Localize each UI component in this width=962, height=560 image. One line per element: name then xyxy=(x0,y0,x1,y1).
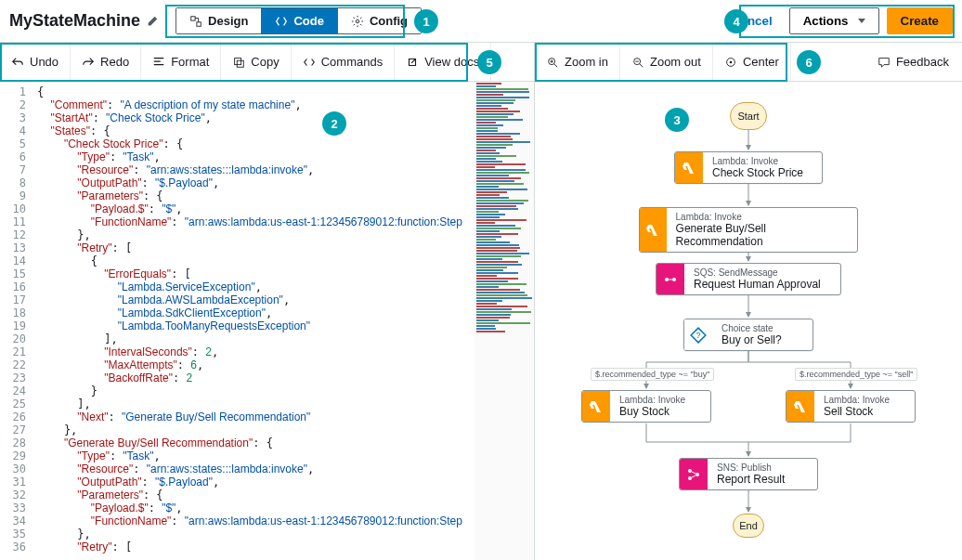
workflow-graph[interactable]: Start Lambda: InvokeCheck Stock Price La… xyxy=(535,82,962,560)
node-check-stock[interactable]: Lambda: InvokeCheck Stock Price xyxy=(674,151,823,184)
center-icon xyxy=(724,56,737,69)
svg-point-13 xyxy=(688,476,692,480)
top-bar: MyStateMachine Design Code Config Cancel… xyxy=(0,0,962,43)
svg-rect-4 xyxy=(238,60,244,67)
code-editor[interactable]: 1 2 3 4 5 6 7 8 9 10 11 12 13 14 15 16 1… xyxy=(0,82,535,560)
tab-config[interactable]: Config xyxy=(338,8,421,33)
svg-rect-3 xyxy=(235,58,241,64)
sqs-icon xyxy=(656,264,684,294)
callout-1: 1 xyxy=(414,9,438,33)
callout-5: 5 xyxy=(477,50,501,74)
node-human-approval[interactable]: SQS: SendMessageRequest Human Approval xyxy=(656,263,841,295)
svg-rect-1 xyxy=(197,21,201,25)
design-icon xyxy=(189,15,202,28)
condition-buy: $.recommended_type ~= "buy" xyxy=(591,368,714,381)
feedback-icon xyxy=(878,56,890,69)
svg-point-2 xyxy=(356,20,359,23)
editor-toolbar: Undo Redo Format Copy Commands View docs… xyxy=(0,43,535,81)
svg-point-12 xyxy=(688,469,692,473)
zoomout-button[interactable]: Zoom out xyxy=(620,43,713,81)
main-content: 1 2 3 4 5 6 7 8 9 10 11 12 13 14 15 16 1… xyxy=(0,82,962,560)
lambda-icon xyxy=(786,391,814,422)
lambda-icon xyxy=(675,152,703,183)
minimap[interactable] xyxy=(474,82,534,560)
node-choice[interactable]: ? Choice stateBuy or Sell? xyxy=(683,319,813,351)
commands-icon xyxy=(303,56,316,69)
redo-button[interactable]: Redo xyxy=(71,43,141,81)
format-icon xyxy=(152,56,165,69)
config-icon xyxy=(351,15,364,28)
node-sell[interactable]: Lambda: InvokeSell Stock xyxy=(786,390,916,423)
callout-2: 2 xyxy=(322,111,346,136)
svg-rect-0 xyxy=(191,16,195,20)
svg-point-10 xyxy=(672,278,676,281)
top-actions: Cancel Actions Create xyxy=(722,7,953,34)
node-buy[interactable]: Lambda: InvokeBuy Stock xyxy=(581,390,711,423)
page-title: MyStateMachine xyxy=(9,11,140,31)
edit-icon[interactable] xyxy=(146,15,159,28)
graph-start[interactable]: Start xyxy=(730,102,767,130)
format-button[interactable]: Format xyxy=(141,43,221,81)
lambda-icon xyxy=(582,391,610,422)
svg-text:?: ? xyxy=(696,331,700,340)
commands-button[interactable]: Commands xyxy=(292,43,395,81)
graph-end[interactable]: End xyxy=(733,514,764,538)
center-button[interactable]: Center xyxy=(713,43,791,81)
redo-icon xyxy=(82,56,95,69)
copy-icon xyxy=(232,56,245,69)
callout-4: 4 xyxy=(724,9,748,33)
zoomin-button[interactable]: Zoom in xyxy=(535,43,620,81)
code-icon xyxy=(275,15,288,28)
actions-dropdown[interactable]: Actions xyxy=(789,7,879,34)
feedback-button[interactable]: Feedback xyxy=(864,55,962,69)
node-report[interactable]: SNS: PublishReport Result xyxy=(679,458,818,490)
svg-point-14 xyxy=(696,473,699,476)
external-link-icon xyxy=(406,56,419,69)
toolbar: Undo Redo Format Copy Commands View docs… xyxy=(0,43,962,82)
callout-3: 3 xyxy=(665,108,689,132)
line-gutter: 1 2 3 4 5 6 7 8 9 10 11 12 13 14 15 16 1… xyxy=(0,82,32,560)
chevron-down-icon xyxy=(858,19,865,23)
lambda-icon xyxy=(640,208,667,252)
sns-icon xyxy=(680,459,708,489)
undo-button[interactable]: Undo xyxy=(0,43,71,81)
tab-code[interactable]: Code xyxy=(262,8,338,33)
svg-point-8 xyxy=(730,60,733,63)
mode-tabs: Design Code Config xyxy=(176,7,422,34)
undo-icon xyxy=(11,56,24,69)
code-area[interactable]: { "Comment": "A description of my state … xyxy=(32,82,474,560)
copy-button[interactable]: Copy xyxy=(221,43,291,81)
tab-design[interactable]: Design xyxy=(176,8,262,33)
callout-6: 6 xyxy=(797,50,821,74)
zoom-in-icon xyxy=(546,56,559,69)
node-recommendation[interactable]: Lambda: InvokeGenerate Buy/Sell Recommen… xyxy=(639,207,858,253)
choice-icon: ? xyxy=(684,319,712,350)
svg-point-9 xyxy=(665,278,669,281)
zoom-out-icon xyxy=(631,56,644,69)
create-button[interactable]: Create xyxy=(887,7,954,34)
graph-toolbar: Zoom in Zoom out Center Feedback 6 xyxy=(535,43,962,81)
condition-sell: $.recommended_type ~= "sell" xyxy=(795,368,917,381)
